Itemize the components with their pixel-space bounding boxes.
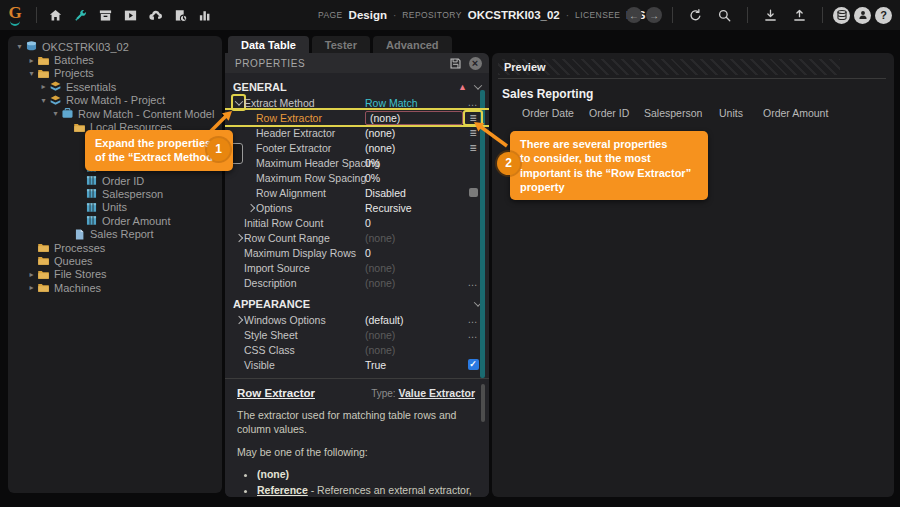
bar-chart-icon[interactable] (193, 4, 218, 26)
tree-expander-right[interactable]: ▸ (26, 56, 37, 65)
expander-slot[interactable] (245, 205, 256, 211)
property-row-windows-options[interactable]: Windows Options(default)… (225, 312, 489, 327)
tree-item-salesperson[interactable]: Salesperson (8, 187, 222, 200)
type-value-link[interactable]: Value Extractor (399, 387, 475, 399)
properties-scrollbar[interactable] (480, 90, 485, 378)
property-value[interactable]: Recursive (365, 202, 412, 214)
chevron-down-icon[interactable] (234, 97, 242, 105)
property-row-description[interactable]: Description(none)… (225, 275, 489, 290)
upload-icon[interactable] (787, 4, 812, 26)
section-header-appearance[interactable]: APPEARANCE (225, 296, 489, 312)
save-icon[interactable] (447, 55, 463, 71)
property-value[interactable]: (none) (365, 344, 395, 356)
property-row-initial-row-count[interactable]: Initial Row Count0 (225, 215, 489, 230)
database-icon[interactable] (833, 7, 850, 24)
property-value[interactable]: (default) (365, 314, 404, 326)
property-value[interactable]: True (365, 359, 386, 371)
archive-icon[interactable] (93, 4, 118, 26)
property-row-row-count-range[interactable]: Row Count Range(none) (225, 230, 489, 245)
property-row-options[interactable]: OptionsRecursive (225, 200, 489, 215)
user-icon[interactable] (854, 7, 871, 24)
property-row-style-sheet[interactable]: Style Sheet(none)… (225, 327, 489, 342)
property-row-maximum-display-rows[interactable]: Maximum Display Rows0 (225, 245, 489, 260)
property-value[interactable]: Row Match (365, 97, 418, 109)
menu-button[interactable]: ≡ (465, 142, 481, 154)
property-row-extract-method[interactable]: Extract MethodRow Match… (225, 95, 489, 110)
ellipsis-button[interactable]: … (465, 277, 481, 288)
chevron-right-icon[interactable] (246, 203, 254, 211)
property-value[interactable]: (none) (365, 111, 463, 125)
property-row-row-alignment[interactable]: Row AlignmentDisabled (225, 185, 489, 200)
property-value[interactable]: 0 (365, 217, 371, 229)
description-scrollbar[interactable] (481, 384, 485, 422)
back-icon[interactable]: ← (626, 7, 642, 23)
download-icon[interactable] (758, 4, 783, 26)
property-row-row-extractor[interactable]: Row Extractor(none)≡ (225, 110, 489, 125)
forward-icon[interactable]: → (646, 7, 662, 23)
tree-expander-right[interactable]: ▸ (38, 82, 49, 91)
tree-item-units[interactable]: Units (8, 201, 222, 214)
property-value[interactable]: (none) (365, 142, 395, 154)
expander-slot[interactable] (233, 317, 244, 323)
tree-item-row-match-content-model[interactable]: ▾Row Match - Content Model (8, 107, 222, 120)
property-row-header-extractor[interactable]: Header Extractor(none)≡ (225, 125, 489, 140)
property-row-css-class[interactable]: CSS Class(none) (225, 342, 489, 357)
property-value[interactable]: (none) (365, 329, 395, 341)
chevron-down-icon[interactable] (474, 81, 482, 89)
tree-expander-down[interactable]: ▾ (14, 42, 25, 51)
clipboard-clock-icon[interactable] (168, 4, 193, 26)
ellipsis-button[interactable]: … (465, 314, 481, 325)
tree-expander-down[interactable]: ▾ (26, 69, 37, 78)
page-value[interactable]: Design (349, 9, 387, 21)
tab-advanced[interactable]: Advanced (373, 36, 452, 53)
property-value[interactable]: (none) (365, 277, 395, 289)
property-value[interactable]: (none) (365, 232, 395, 244)
tree-expander-down[interactable]: ▾ (50, 109, 61, 118)
close-icon[interactable]: × (467, 55, 483, 71)
help-icon[interactable]: ? (875, 7, 892, 24)
cloud-upload-icon[interactable] (143, 4, 168, 26)
batch-play-icon[interactable] (118, 4, 143, 26)
tree-expander-down[interactable]: ▾ (38, 96, 49, 105)
tree-item-machines[interactable]: ▸Machines (8, 281, 222, 294)
property-row-visible[interactable]: VisibleTrue✓ (225, 357, 489, 372)
property-row-footer-extractor[interactable]: Footer Extractor(none)≡ (225, 140, 489, 155)
tree-item-queues[interactable]: Queues (8, 254, 222, 267)
tree-item-essentials[interactable]: ▸Essentials (8, 80, 222, 93)
tree-item-file-stores[interactable]: ▸File Stores (8, 268, 222, 281)
chevron-right-icon[interactable] (234, 233, 242, 241)
checkbox-checked[interactable]: ✓ (465, 359, 481, 370)
repository-value[interactable]: OKCSTRKI03_02 (468, 9, 560, 21)
expander-slot[interactable] (233, 96, 244, 109)
tree-item-sales-report[interactable]: Sales Report (8, 227, 222, 240)
home-icon[interactable] (43, 4, 68, 26)
tree-expander-right[interactable]: ▸ (26, 270, 37, 279)
tree-item-okcstrki03-02[interactable]: ▾OKCSTRKI03_02 (8, 40, 222, 53)
refresh-icon[interactable] (683, 4, 708, 26)
search-icon[interactable] (712, 4, 737, 26)
tree-item-order-id[interactable]: Order ID (8, 174, 222, 187)
expander-slot[interactable] (233, 235, 244, 241)
inline-link[interactable]: Reference (257, 484, 308, 496)
tree-item-batches[interactable]: ▸Batches (8, 53, 222, 66)
property-value[interactable]: (none) (365, 262, 395, 274)
menu-button[interactable]: ≡ (465, 127, 481, 139)
chevron-right-icon[interactable] (234, 315, 242, 323)
property-value[interactable]: 0 (365, 247, 371, 259)
tree-item-row-match-project[interactable]: ▾Row Match - Project (8, 94, 222, 107)
property-row-import-source[interactable]: Import Source(none) (225, 260, 489, 275)
tab-tester[interactable]: Tester (312, 36, 370, 53)
tree-item-order-amount[interactable]: Order Amount (8, 214, 222, 227)
property-value[interactable]: 0% (365, 157, 380, 169)
tree-expander-right[interactable]: ▸ (26, 283, 37, 292)
property-value[interactable]: 0% (365, 172, 380, 184)
tab-data-table[interactable]: Data Table (228, 36, 309, 53)
tree-item-projects[interactable]: ▾Projects (8, 67, 222, 80)
property-value[interactable]: (none) (365, 127, 395, 139)
section-header-general[interactable]: GENERAL▲ (225, 79, 489, 95)
ellipsis-button[interactable]: … (465, 329, 481, 340)
ellipsis-button[interactable]: … (465, 97, 481, 108)
preview-header-hatch[interactable]: Preview (498, 59, 840, 75)
app-logo[interactable]: G (0, 4, 30, 26)
property-row-maximum-row-spacing[interactable]: Maximum Row Spacing0% (225, 170, 489, 185)
